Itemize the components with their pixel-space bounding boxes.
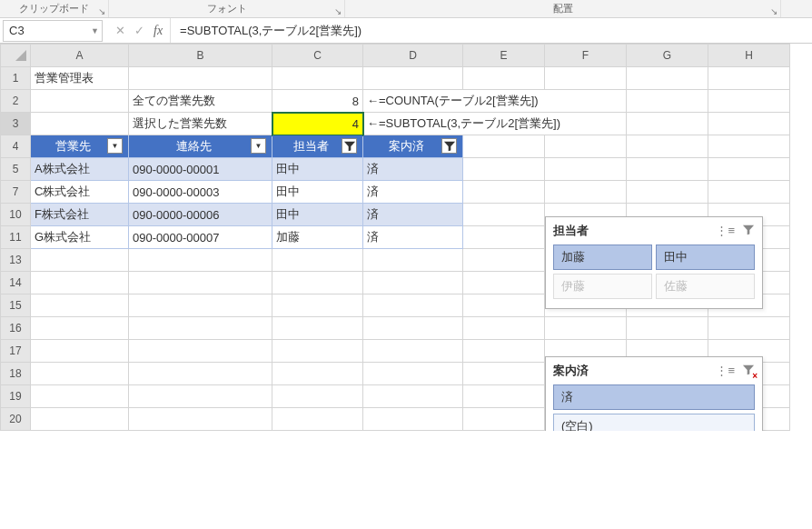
cell[interactable] <box>272 67 363 90</box>
multi-select-icon[interactable]: ⋮≡ <box>716 224 735 239</box>
cell[interactable] <box>363 317 463 340</box>
cell[interactable] <box>31 317 129 340</box>
table-cell[interactable]: 済 <box>363 204 463 226</box>
cell[interactable] <box>627 90 708 113</box>
slicer[interactable]: 案内済⋮≡済(空白) <box>545 356 763 431</box>
cell[interactable] <box>129 363 272 385</box>
row-header[interactable]: 15 <box>1 294 31 317</box>
cell[interactable]: ←=SUBTOTAL(3,テーブル2[営業先]) <box>363 113 627 135</box>
cell[interactable] <box>31 408 129 431</box>
cell[interactable] <box>708 158 790 181</box>
cell[interactable] <box>463 294 545 317</box>
table-cell[interactable]: G株式会社 <box>31 226 129 249</box>
row-header[interactable]: 20 <box>1 408 31 431</box>
cell[interactable] <box>627 317 708 340</box>
cell[interactable] <box>463 385 545 408</box>
table-cell[interactable]: 090-0000-00001 <box>129 158 272 181</box>
cell[interactable] <box>627 135 708 158</box>
cell[interactable] <box>627 158 708 181</box>
row-header[interactable]: 3 <box>1 113 31 135</box>
row-header[interactable]: 18 <box>1 363 31 385</box>
column-header[interactable]: F <box>545 45 627 67</box>
slicer-item[interactable]: 伊藤 <box>553 274 652 299</box>
cell[interactable] <box>545 135 627 158</box>
column-header[interactable]: E <box>463 45 545 67</box>
cell[interactable] <box>31 294 129 317</box>
cell[interactable] <box>31 90 129 113</box>
chevron-down-icon[interactable]: ▼ <box>91 26 99 35</box>
cell[interactable]: 8 <box>272 90 363 113</box>
table-header[interactable]: 営業先▼ <box>31 135 129 158</box>
slicer-item[interactable]: 田中 <box>656 245 755 270</box>
cell[interactable] <box>708 90 790 113</box>
cell[interactable] <box>363 294 463 317</box>
slicer[interactable]: 担当者⋮≡加藤田中伊藤佐藤 <box>545 216 763 309</box>
column-header[interactable]: D <box>363 45 463 67</box>
row-header[interactable]: 16 <box>1 317 31 340</box>
cell[interactable] <box>363 385 463 408</box>
cell[interactable] <box>129 317 272 340</box>
cell[interactable] <box>363 272 463 294</box>
slicer-item[interactable]: (空白) <box>553 414 755 431</box>
cell[interactable] <box>272 272 363 294</box>
row-header[interactable]: 1 <box>1 67 31 90</box>
column-header[interactable]: G <box>627 45 708 67</box>
cell[interactable] <box>463 272 545 294</box>
column-header[interactable]: B <box>129 45 272 67</box>
table-cell[interactable]: 090-0000-00003 <box>129 181 272 204</box>
table-cell[interactable]: 090-0000-00007 <box>129 226 272 249</box>
row-header[interactable]: 19 <box>1 385 31 408</box>
cell[interactable]: 選択した営業先数 <box>129 113 272 135</box>
row-header[interactable]: 14 <box>1 272 31 294</box>
cell[interactable] <box>272 294 363 317</box>
cell[interactable] <box>31 363 129 385</box>
cell[interactable] <box>463 317 545 340</box>
cell[interactable] <box>129 249 272 272</box>
dialog-launcher-icon[interactable]: ↘ <box>334 6 342 16</box>
row-header[interactable]: 5 <box>1 158 31 181</box>
table-cell[interactable]: F株式会社 <box>31 204 129 226</box>
multi-select-icon[interactable]: ⋮≡ <box>716 364 735 379</box>
cell[interactable]: ←=COUNTA(テーブル2[営業先]) <box>363 90 627 113</box>
cell[interactable] <box>129 272 272 294</box>
cell[interactable] <box>31 272 129 294</box>
table-cell[interactable]: 田中 <box>272 181 363 204</box>
filter-active-icon[interactable] <box>441 138 457 154</box>
column-header[interactable]: C <box>272 45 363 67</box>
row-header[interactable]: 17 <box>1 340 31 363</box>
slicer-item[interactable]: 済 <box>553 384 755 410</box>
row-header[interactable]: 11 <box>1 226 31 249</box>
cell[interactable] <box>545 181 627 204</box>
cell[interactable] <box>708 181 790 204</box>
table-cell[interactable]: 田中 <box>272 158 363 181</box>
table-cell[interactable]: 田中 <box>272 204 363 226</box>
cell[interactable] <box>463 226 545 249</box>
cell[interactable] <box>463 340 545 363</box>
table-header[interactable]: 連絡先▼ <box>129 135 272 158</box>
cell[interactable] <box>129 385 272 408</box>
cell[interactable] <box>363 340 463 363</box>
table-cell[interactable]: 加藤 <box>272 226 363 249</box>
cell[interactable] <box>363 67 463 90</box>
column-header[interactable]: H <box>708 45 790 67</box>
row-header[interactable]: 10 <box>1 204 31 226</box>
cell[interactable] <box>129 408 272 431</box>
table-cell[interactable]: 済 <box>363 226 463 249</box>
table-cell[interactable]: 090-0000-00006 <box>129 204 272 226</box>
cell[interactable] <box>272 385 363 408</box>
cell[interactable] <box>545 158 627 181</box>
table-header[interactable]: 案内済 <box>363 135 463 158</box>
dialog-launcher-icon[interactable]: ↘ <box>770 6 777 16</box>
cell[interactable] <box>463 204 545 226</box>
row-header[interactable]: 13 <box>1 249 31 272</box>
cell[interactable] <box>708 135 790 158</box>
cell[interactable] <box>31 249 129 272</box>
filter-active-icon[interactable] <box>342 138 357 154</box>
cell[interactable] <box>627 181 708 204</box>
cell[interactable] <box>363 249 463 272</box>
table-cell[interactable]: 済 <box>363 181 463 204</box>
row-header[interactable]: 2 <box>1 90 31 113</box>
cell[interactable] <box>31 113 129 135</box>
filter-dropdown-icon[interactable]: ▼ <box>251 138 266 154</box>
cell[interactable] <box>708 113 790 135</box>
